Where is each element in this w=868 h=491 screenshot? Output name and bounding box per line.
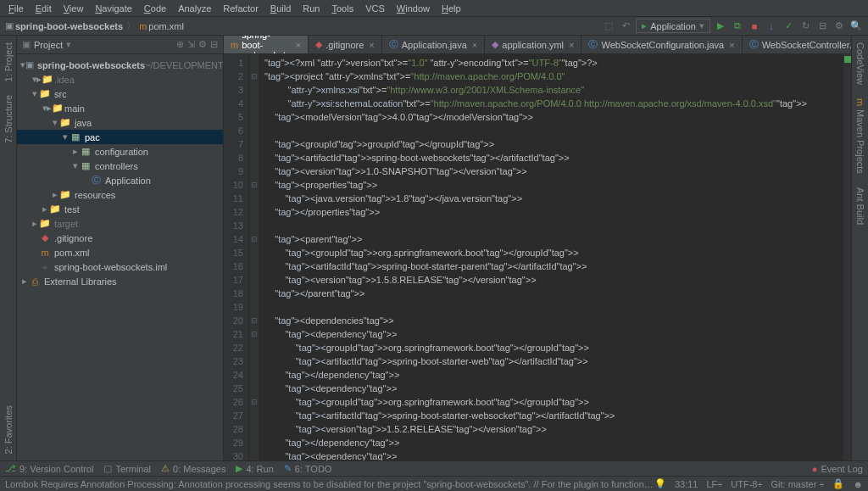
hector-icon[interactable]: ☻ — [853, 479, 863, 489]
close-icon[interactable]: × — [369, 40, 374, 50]
menubar: FileEditViewNavigateCodeAnalyzeRefactorB… — [0, 0, 868, 17]
revert-icon[interactable]: ⊟ — [815, 20, 829, 33]
right-gutter: CodeView mMaven Projects Ant Build — [851, 36, 868, 460]
tree-item-.gitignore[interactable]: ◆.gitignore — [17, 231, 223, 245]
side-view-icon[interactable]: ▣ — [22, 39, 31, 50]
tab-application.yml[interactable]: ◆application.yml× — [485, 36, 581, 53]
tw-run[interactable]: ▶4: Run — [236, 463, 273, 474]
run-config-label: Application — [650, 21, 696, 31]
tree-item-target[interactable]: ▸📁target — [17, 216, 223, 231]
line-ending[interactable]: LF÷ — [706, 479, 722, 489]
tool-structure[interactable]: 7: Structure — [3, 92, 14, 147]
status-bar: Lombok Requires Annotation Processing: A… — [0, 476, 868, 491]
history-icon[interactable]: ↻ — [798, 20, 812, 33]
stop-icon[interactable]: ■ — [748, 20, 761, 33]
caret-position[interactable]: 33:11 — [675, 479, 698, 489]
tree-item-spring-boot-websockets.iml[interactable]: ▫spring-boot-websockets.iml — [17, 259, 223, 274]
tool-ant[interactable]: Ant Build — [855, 184, 865, 228]
debug-icon[interactable]: ⧉ — [731, 20, 744, 33]
close-icon[interactable]: × — [296, 40, 301, 50]
menu-navigate[interactable]: Navigate — [90, 2, 136, 15]
run-config-selector[interactable]: ▸Application▾ — [636, 19, 710, 33]
close-icon[interactable]: × — [569, 40, 574, 50]
menu-code[interactable]: Code — [139, 2, 171, 15]
project-tree[interactable]: ▾▣spring-boot-websockets ~/DEVELOPMENT/P… — [17, 54, 223, 460]
menu-help[interactable]: Help — [437, 2, 466, 15]
fold-gutter[interactable]: ⊟⊟⊟⊟⊟⊟ — [249, 54, 259, 460]
nav-prev-icon[interactable]: ↶ — [619, 20, 632, 33]
collapse-icon[interactable]: ⇲ — [187, 39, 195, 50]
git-branch[interactable]: Git: master ÷ — [771, 479, 825, 489]
tree-item-java[interactable]: ▾📁java — [17, 115, 223, 130]
tab-.gitignore[interactable]: ◆.gitignore× — [309, 36, 382, 53]
tree-root[interactable]: ▾▣spring-boot-websockets ~/DEVELOPMENT/P… — [17, 58, 223, 72]
menu-window[interactable]: Window — [392, 2, 435, 15]
menu-view[interactable]: View — [58, 2, 89, 15]
project-sidebar: ▣ Project ▾ ⊕ ⇲ ⚙ ⊟ ▾▣spring-boot-websoc… — [17, 36, 224, 460]
vcs-commit-icon[interactable]: ✓ — [782, 20, 795, 33]
menu-edit[interactable]: Edit — [31, 2, 57, 15]
tree-item-Application[interactable]: ⒸApplication — [17, 173, 223, 187]
menu-refactor[interactable]: Refactor — [218, 2, 264, 15]
tool-favorites[interactable]: 2: Favorites — [3, 402, 14, 457]
menu-file[interactable]: File — [3, 2, 29, 15]
tree-external-libs[interactable]: ▸⎙External Libraries — [17, 274, 223, 288]
encoding[interactable]: UTF-8÷ — [731, 479, 762, 489]
vcs-update-icon[interactable]: ↓ — [765, 20, 778, 33]
editor: mspring-boot-websockets×◆.gitignore×ⒸApp… — [224, 36, 851, 460]
menu-build[interactable]: Build — [265, 2, 296, 15]
breadcrumb-file: pom.xml — [148, 21, 184, 31]
tool-maven[interactable]: mMaven Projects — [855, 95, 865, 177]
menu-vcs[interactable]: VCS — [360, 2, 390, 15]
settings-icon[interactable]: ⚙ — [832, 20, 846, 33]
left-gutter: 1: Project 7: Structure 2: Favorites — [0, 36, 17, 460]
tw-terminal[interactable]: ▢Terminal — [103, 463, 151, 474]
tree-item-test[interactable]: ▸📁test — [17, 202, 223, 216]
tab-Application.java[interactable]: ⒸApplication.java× — [382, 36, 486, 53]
tree-item-main[interactable]: ▾▸📁main — [17, 101, 223, 115]
tool-codeview[interactable]: CodeView — [855, 39, 865, 88]
error-stripe[interactable] — [843, 54, 851, 460]
tool-windows-bar: ⎇9: Version Control ▢Terminal ⚠0: Messag… — [0, 460, 868, 476]
chevron-down-icon[interactable]: ▾ — [66, 39, 71, 50]
lock-icon[interactable]: 🔒 — [832, 478, 844, 489]
search-everywhere-icon[interactable]: 🔍 — [849, 20, 863, 33]
tab-WebSocketController.java[interactable]: ⒸWebSocketController.java× — [743, 36, 851, 53]
menu-analyze[interactable]: Analyze — [173, 2, 216, 15]
tw-messages[interactable]: ⚠0: Messages — [161, 463, 225, 474]
target-icon[interactable]: ⊕ — [176, 39, 184, 50]
breadcrumb-project: spring-boot-websockets — [15, 21, 123, 31]
close-icon[interactable]: × — [729, 40, 734, 50]
tab-WebSocketConfiguration.java[interactable]: ⒸWebSocketConfiguration.java× — [581, 36, 742, 53]
side-title: Project — [34, 40, 63, 50]
breadcrumb[interactable]: ▣ spring-boot-websockets 〉 m pom.xml — [5, 20, 184, 32]
tree-item-.idea[interactable]: ▾▸📁.idea — [17, 72, 223, 86]
tree-item-configuration[interactable]: ▸▦configuration — [17, 144, 223, 159]
tab-spring-boot-websockets[interactable]: mspring-boot-websockets× — [224, 36, 309, 53]
menu-run[interactable]: Run — [298, 2, 325, 15]
hide-icon[interactable]: ⊟ — [210, 39, 218, 50]
inspection-ok-icon — [844, 56, 851, 63]
line-numbers: 1234567891011121314151617181920212223242… — [224, 54, 249, 460]
tw-eventlog[interactable]: ●Event Log — [812, 464, 863, 474]
tw-vcs[interactable]: ⎇9: Version Control — [5, 463, 93, 474]
tree-item-pom.xml[interactable]: mpom.xml — [17, 245, 223, 259]
project-structure-icon[interactable]: ⬚ — [602, 20, 615, 33]
tree-item-controllers[interactable]: ▾▦controllers — [17, 159, 223, 173]
close-icon[interactable]: × — [472, 40, 477, 50]
gear-icon[interactable]: ⚙ — [198, 39, 207, 50]
navigation-bar: ▣ spring-boot-websockets 〉 m pom.xml ⬚ ↶… — [0, 17, 868, 36]
tree-item-resources[interactable]: ▸📁resources — [17, 187, 223, 202]
tree-item-pac[interactable]: ▾▦pac — [17, 130, 223, 144]
tip-icon[interactable]: 💡 — [654, 478, 666, 489]
menu-tools[interactable]: Tools — [327, 2, 359, 15]
status-message[interactable]: Lombok Requires Annotation Processing: A… — [5, 479, 654, 489]
run-icon[interactable]: ▶ — [714, 20, 727, 33]
editor-tabs: mspring-boot-websockets×◆.gitignore×ⒸApp… — [224, 36, 851, 54]
tw-todo[interactable]: ✎6: TODO — [284, 463, 332, 474]
code[interactable]: "tag"><?xml "attr-y">version"txt">="1.0"… — [259, 54, 843, 460]
tree-item-src[interactable]: ▾📁src — [17, 86, 223, 101]
tool-project[interactable]: 1: Project — [3, 39, 14, 85]
